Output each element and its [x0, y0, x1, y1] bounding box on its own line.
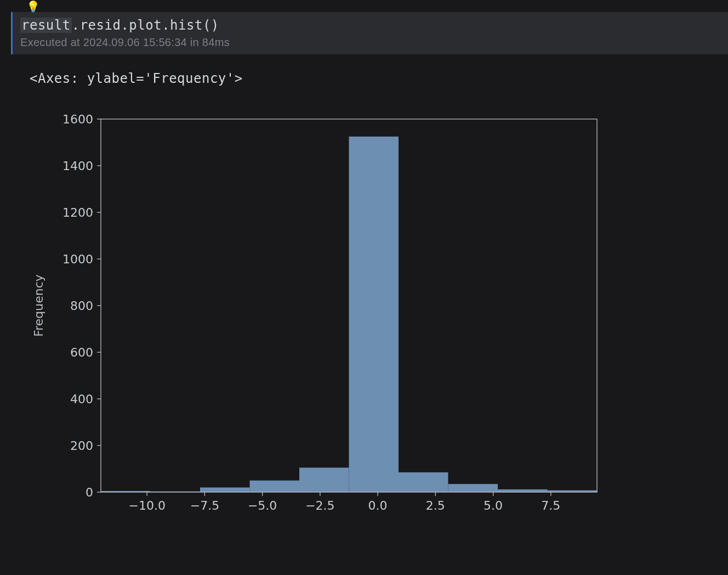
y-tick-label: 800: [70, 299, 93, 313]
histogram-bar: [349, 137, 399, 492]
output-area: <Axes: ylabel='Frequency'> 0200400600800…: [0, 54, 728, 547]
y-tick-label: 1000: [62, 252, 93, 266]
y-tick-label: 200: [70, 439, 93, 453]
x-tick-label: −7.5: [190, 499, 219, 512]
y-tick-label: 600: [70, 346, 93, 359]
histogram-bar: [250, 481, 300, 492]
code-line[interactable]: result.resid.plot.hist(): [20, 18, 720, 33]
y-tick-label: 400: [70, 392, 93, 406]
histogram-chart: 02004006008001000120014001600−10.0−7.5−5…: [30, 108, 627, 536]
x-tick-label: −2.5: [305, 499, 334, 512]
histogram-bar: [448, 484, 498, 492]
execution-info: Executed at 2024.09.06 15:56:34 in 84ms: [20, 36, 720, 49]
histogram-bar: [498, 489, 548, 492]
y-tick-label: 1400: [62, 159, 93, 173]
y-axis-label: Frequency: [32, 274, 46, 337]
chart-svg: 02004006008001000120014001600−10.0−7.5−5…: [30, 108, 627, 536]
y-tick-label: 0: [86, 486, 93, 499]
x-tick-label: −10.0: [128, 499, 165, 512]
x-tick-label: 0.0: [368, 499, 388, 512]
x-tick-label: 2.5: [426, 499, 445, 512]
histogram-bar: [299, 467, 349, 492]
y-tick-label: 1200: [62, 206, 93, 219]
code-highlighted: result: [20, 18, 72, 33]
code-rest: .resid.plot.hist(): [72, 18, 219, 33]
x-tick-label: −5.0: [248, 499, 277, 512]
code-cell[interactable]: result.resid.plot.hist() Executed at 202…: [11, 12, 728, 54]
x-tick-label: 5.0: [484, 499, 503, 512]
histogram-bar: [399, 472, 448, 492]
lightbulb-icon[interactable]: 💡: [26, 0, 40, 13]
output-repr: <Axes: ylabel='Frequency'>: [30, 71, 717, 86]
y-tick-label: 1600: [62, 112, 93, 126]
x-tick-label: 7.5: [541, 499, 560, 512]
histogram-bar: [200, 488, 250, 493]
